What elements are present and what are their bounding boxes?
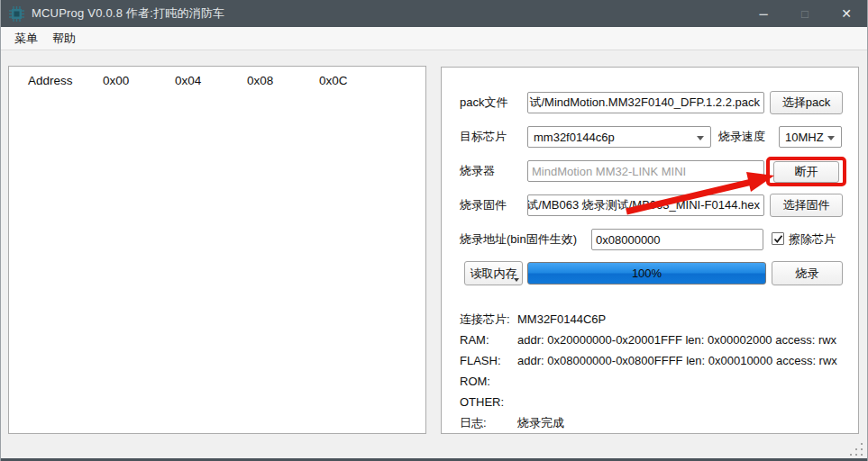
- progress-bar: 100%: [527, 262, 766, 285]
- speed-label: 烧录速度: [718, 125, 765, 149]
- window-controls: ─ □ ✕: [743, 0, 867, 27]
- program-button[interactable]: 烧录: [772, 261, 843, 285]
- close-button[interactable]: ✕: [826, 0, 867, 27]
- memory-table-header: Address 0x00 0x04 0x08 0x0C: [9, 67, 425, 87]
- info-label: OTHER:: [460, 392, 517, 412]
- info-row-flash: FLASH: addr: 0x08000000-0x0800FFFF len: …: [460, 350, 837, 371]
- info-label: 连接芯片:: [460, 309, 517, 330]
- info-value: MM32F0144C6P: [517, 309, 606, 330]
- checkmark-icon: [773, 234, 783, 244]
- firmware-input[interactable]: 试/MB063 烧录测试/MB063_MINI-F0144.hex: [527, 194, 764, 216]
- app-chip-icon: [9, 6, 24, 22]
- menu-bar: 菜单 帮助: [1, 27, 867, 50]
- maximize-button[interactable]: □: [784, 0, 826, 27]
- chevron-down-icon: [827, 136, 835, 140]
- column-header-0x08: 0x08: [247, 74, 319, 87]
- target-chip-combobox[interactable]: mm32f0144c6p: [527, 126, 711, 148]
- speed-value: 10MHZ: [785, 131, 824, 144]
- info-label: ROM:: [460, 371, 517, 392]
- burn-address-label: 烧录地址(bin固件生效): [460, 228, 577, 251]
- select-pack-button[interactable]: 选择pack: [770, 91, 843, 114]
- programmer-device-field[interactable]: MindMotion MM32-LINK MINI: [527, 160, 764, 182]
- window-title: MCUProg V0.0.8 作者:打盹的消防车: [32, 5, 224, 22]
- maximize-icon: □: [801, 7, 809, 21]
- info-row-rom: ROM:: [460, 371, 837, 392]
- resize-grip[interactable]: [848, 443, 863, 456]
- info-label: FLASH:: [460, 350, 517, 371]
- memory-table[interactable]: Address 0x00 0x04 0x08 0x0C: [8, 66, 426, 434]
- select-firmware-button[interactable]: 选择固件: [770, 194, 843, 217]
- menu-item-help[interactable]: 帮助: [45, 27, 83, 50]
- read-memory-label: 读取内存: [471, 266, 517, 282]
- info-value: 烧录完成: [517, 412, 564, 433]
- target-chip-value: mm32f0144c6p: [534, 131, 615, 144]
- minimize-icon: ─: [759, 7, 767, 21]
- info-label: RAM:: [460, 330, 517, 350]
- info-row-other: OTHER:: [460, 392, 837, 412]
- close-icon: ✕: [841, 6, 852, 21]
- device-info: 连接芯片: MM32F0144C6P RAM: addr: 0x20000000…: [460, 309, 837, 433]
- target-chip-label: 目标芯片: [460, 125, 507, 149]
- menu-item-main[interactable]: 菜单: [7, 27, 45, 50]
- info-value: addr: 0x08000000-0x0800FFFF len: 0x00010…: [517, 350, 837, 371]
- menu-indicator-icon: [514, 278, 519, 282]
- app-window: MCUProg V0.0.8 作者:打盹的消防车 ─ □ ✕ 菜单 帮助 Add…: [0, 0, 868, 461]
- column-header-0x00: 0x00: [103, 74, 175, 87]
- burn-address-input[interactable]: 0x08000000: [591, 229, 763, 250]
- disconnect-button[interactable]: 断开: [773, 161, 839, 183]
- erase-chip-label: 擦除芯片: [789, 228, 836, 251]
- chevron-down-icon: [697, 136, 704, 140]
- column-header-address: Address: [28, 74, 103, 87]
- info-row-log: 日志: 烧录完成: [460, 412, 837, 433]
- read-memory-button[interactable]: 读取内存: [464, 261, 523, 285]
- erase-chip-checkbox[interactable]: [772, 232, 784, 245]
- column-header-0x0C: 0x0C: [319, 74, 391, 87]
- info-row-chip: 连接芯片: MM32F0144C6P: [460, 309, 837, 330]
- programmer-label: 烧录器: [460, 159, 495, 183]
- pack-file-input[interactable]: 试/MindMotion.MM32F0140_DFP.1.2.2.pack: [527, 92, 764, 113]
- info-value: addr: 0x20000000-0x20001FFF len: 0x00002…: [517, 330, 836, 350]
- pack-file-label: pack文件: [460, 91, 507, 114]
- minimize-button[interactable]: ─: [743, 0, 784, 27]
- info-row-ram: RAM: addr: 0x20000000-0x20001FFF len: 0x…: [460, 330, 837, 350]
- info-label: 日志:: [460, 412, 517, 433]
- progress-value: 100%: [632, 267, 662, 280]
- programmer-panel: pack文件 试/MindMotion.MM32F0140_DFP.1.2.2.…: [441, 67, 859, 434]
- speed-combobox[interactable]: 10MHZ: [779, 126, 842, 148]
- title-bar: MCUProg V0.0.8 作者:打盹的消防车 ─ □ ✕: [1, 0, 867, 27]
- column-header-0x04: 0x04: [175, 74, 247, 87]
- firmware-label: 烧录固件: [460, 194, 507, 217]
